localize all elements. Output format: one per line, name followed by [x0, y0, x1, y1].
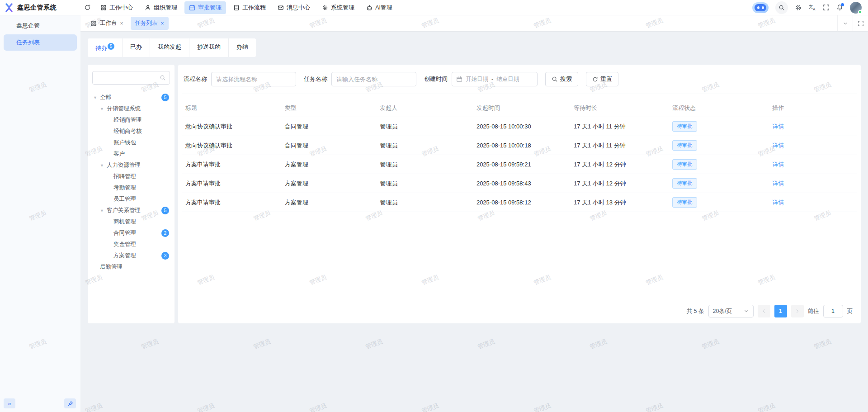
- nav-item-label: Ai管理: [375, 4, 392, 12]
- tree-node-人力资源管理[interactable]: ▼ 人力资源管理: [92, 160, 170, 171]
- tree-node-方案管理[interactable]: 方案管理 3: [92, 250, 170, 261]
- filter-bar: 流程名称 任务名称 创建时间 开始日期 - 结束日期 搜索 重置: [182, 71, 857, 94]
- search-icon[interactable]: [775, 1, 788, 14]
- settings-gear-icon[interactable]: [795, 4, 802, 11]
- detail-link[interactable]: 详情: [772, 180, 784, 187]
- refresh-button[interactable]: [80, 2, 94, 14]
- column-header-类型: 类型: [281, 99, 377, 117]
- nav-item-组织管理[interactable]: 组织管理: [140, 1, 182, 14]
- category-tree-panel: ▼ 全部 5 ▼ 分销管理系统 经销商管理 经销商考核 账户钱包 客户 ▼ 人力…: [88, 65, 175, 323]
- cell-type: 方案管理: [281, 155, 377, 174]
- view-tab-抄送我的[interactable]: 抄送我的: [189, 38, 229, 57]
- calendar-icon: [456, 76, 462, 82]
- tree-node-全部[interactable]: ▼ 全部 5: [92, 92, 170, 103]
- close-icon[interactable]: ×: [161, 21, 164, 26]
- fullscreen-icon[interactable]: [823, 4, 830, 11]
- reset-button[interactable]: 重置: [586, 72, 618, 86]
- cell-start-time: 2025-08-15 09:59:21: [473, 155, 570, 174]
- notifications-bell-icon[interactable]: [836, 4, 843, 11]
- nav-item-工作中心[interactable]: 工作中心: [96, 1, 137, 14]
- next-page-button[interactable]: [791, 305, 804, 317]
- expand-arrow-icon[interactable]: ▼: [93, 95, 100, 100]
- chevron-down-icon[interactable]: [837, 15, 853, 31]
- tree-node-招聘管理[interactable]: 招聘管理: [92, 171, 170, 182]
- page-tab-label: 任务列表: [135, 19, 158, 27]
- translate-icon[interactable]: 文A: [809, 4, 816, 11]
- tree-node-合同管理[interactable]: 合同管理 2: [92, 227, 170, 239]
- cell-wait-duration: 17 天1 小时 12 分钟: [570, 155, 669, 174]
- view-tab-label: 待办: [95, 45, 107, 52]
- tree-node-账户钱包[interactable]: 账户钱包: [92, 137, 170, 148]
- page-size-value: 20条/页: [713, 308, 732, 315]
- detail-link[interactable]: 详情: [772, 161, 784, 168]
- tree-node-客户[interactable]: 客户: [92, 148, 170, 160]
- tree-node-经销商考核[interactable]: 经销商考核: [92, 126, 170, 137]
- search-icon: [160, 75, 166, 81]
- table-row: 意向协议确认审批 合同管理 管理员 2025-08-15 10:00:18 17…: [182, 136, 857, 155]
- pin-sidebar-button[interactable]: [64, 398, 76, 408]
- tree-node-考勤管理[interactable]: 考勤管理: [92, 182, 170, 194]
- page-size-select[interactable]: 20条/页: [708, 305, 754, 317]
- tree-search-input[interactable]: [96, 75, 160, 81]
- detail-link[interactable]: 详情: [772, 142, 784, 149]
- detail-link[interactable]: 详情: [772, 199, 784, 206]
- page-tab-label: 工作台: [100, 19, 117, 27]
- detail-link[interactable]: 详情: [772, 123, 784, 130]
- user-avatar[interactable]: [850, 2, 862, 14]
- ai-assistant-icon[interactable]: [752, 2, 769, 13]
- status-badge: 待审批: [672, 140, 697, 151]
- tree-node-经销商管理[interactable]: 经销商管理: [92, 114, 170, 126]
- sidebar-item-任务列表[interactable]: 任务列表: [4, 34, 77, 51]
- top-navbar: 鑫思企管系统 工作中心 组织管理 审批管理 工作流程 消息中心 系统管理 Ai管…: [0, 0, 868, 15]
- cell-title: 方案申请审批: [182, 174, 281, 193]
- cell-start-time: 2025-08-15 10:00:18: [473, 136, 570, 155]
- prev-page-button[interactable]: [758, 305, 770, 317]
- expand-arrow-icon[interactable]: ▼: [100, 107, 107, 111]
- page-tab-任务列表[interactable]: 任务列表 ×: [131, 17, 169, 30]
- nav-item-工作流程[interactable]: 工作流程: [229, 1, 270, 14]
- sidebar-group-label[interactable]: 鑫思企管: [0, 15, 80, 33]
- app-title: 鑫思企管系统: [17, 4, 57, 12]
- tree-node-后勤管理[interactable]: 后勤管理: [92, 261, 170, 273]
- goto-page-input[interactable]: [823, 305, 843, 317]
- close-icon[interactable]: ×: [120, 21, 123, 26]
- tree-node-奖金管理[interactable]: 奖金管理: [92, 239, 170, 250]
- nav-item-审批管理[interactable]: 审批管理: [184, 1, 226, 14]
- expand-arrow-icon[interactable]: ▼: [100, 208, 107, 213]
- nav-item-Ai管理[interactable]: Ai管理: [362, 1, 397, 14]
- nav-item-系统管理[interactable]: 系统管理: [317, 1, 359, 14]
- task-name-input[interactable]: [331, 72, 416, 86]
- task-list-panel: 流程名称 任务名称 创建时间 开始日期 - 结束日期 搜索 重置: [178, 65, 861, 323]
- page-unit-label: 页: [847, 308, 853, 315]
- nav-item-消息中心[interactable]: 消息中心: [273, 1, 315, 14]
- view-tab-已办[interactable]: 已办: [123, 38, 150, 57]
- count-badge: 2: [161, 229, 169, 237]
- table-row: 意向协议确认审批 合同管理 管理员 2025-08-15 10:00:30 17…: [182, 117, 857, 136]
- collapse-sidebar-button[interactable]: «: [4, 398, 15, 408]
- cell-wait-duration: 17 天1 小时 11 分钟: [570, 136, 669, 155]
- tree-node-客户关系管理[interactable]: ▼ 客户关系管理 5: [92, 205, 170, 216]
- count-badge: 5: [161, 207, 169, 214]
- nav-item-label: 系统管理: [331, 4, 354, 12]
- tree-node-分销管理系统[interactable]: ▼ 分销管理系统: [92, 103, 170, 114]
- view-tab-待办[interactable]: 待办5: [88, 38, 123, 57]
- expand-arrow-icon[interactable]: ▼: [100, 163, 107, 168]
- count-badge: 5: [108, 43, 114, 50]
- status-badge: 待审批: [672, 197, 697, 208]
- view-tab-我的发起[interactable]: 我的发起: [150, 38, 189, 57]
- maximize-icon[interactable]: [853, 15, 868, 31]
- pagination: 共 5 条 20条/页 1 前往 页: [687, 305, 853, 317]
- cell-type: 合同管理: [281, 136, 377, 155]
- tree-node-label: 账户钱包: [113, 139, 136, 147]
- page-tab-工作台[interactable]: 工作台 ×: [86, 17, 128, 30]
- search-button[interactable]: 搜索: [545, 72, 578, 86]
- page-number-1[interactable]: 1: [774, 305, 787, 317]
- date-range-picker[interactable]: 开始日期 - 结束日期: [452, 72, 538, 86]
- process-name-select[interactable]: [211, 72, 296, 86]
- view-tab-办结[interactable]: 办结: [229, 38, 256, 57]
- page-tabbar: 工作台 × 任务列表 ×: [80, 15, 868, 31]
- tree-node-员工管理[interactable]: 员工管理: [92, 194, 170, 205]
- view-tab-label: 抄送我的: [197, 43, 221, 50]
- tree-node-商机管理[interactable]: 商机管理: [92, 216, 170, 227]
- app-brand: 鑫思企管系统: [0, 3, 80, 12]
